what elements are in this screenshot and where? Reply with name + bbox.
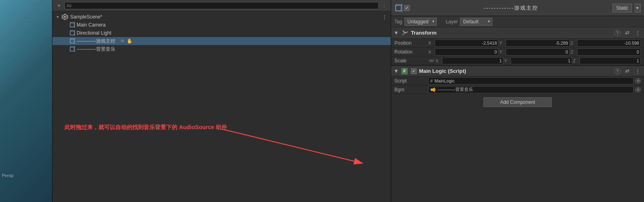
expand-arrow	[64, 47, 68, 51]
transform-more-icon[interactable]: ⋮	[634, 29, 642, 37]
add-component-button[interactable]: Add Component	[484, 97, 552, 107]
script-more-icon[interactable]: ⋮	[634, 67, 642, 75]
tag-value: Untagged	[407, 19, 428, 25]
svg-line-38	[402, 33, 405, 35]
hierarchy-panel: + ⋮ ▼ SampleScene* ⋮	[52, 0, 391, 202]
layer-caret: ▼	[488, 20, 491, 23]
scene-more-icon[interactable]: ⋮	[381, 14, 388, 20]
sy-label: Y	[504, 58, 510, 63]
static-button[interactable]: Static	[613, 4, 632, 12]
viewport-bg: Persp	[0, 0, 52, 202]
add-hierarchy-icon[interactable]: +	[55, 2, 63, 10]
scale-link-icon[interactable]	[428, 58, 435, 64]
script-component-header: ▼ # ✓ Main Logic (Script) ? ⇄ ⋮	[391, 65, 644, 76]
position-y-input[interactable]	[506, 39, 569, 47]
hash-prefix: #	[430, 78, 433, 83]
hierarchy-toolbar: + ⋮	[52, 0, 391, 11]
transform-help-icon[interactable]: ?	[614, 30, 621, 36]
annotation-text: 此时拖过来，就可以自动的找到音乐背景下的 AudioSource 组件	[65, 124, 227, 131]
search-options-icon[interactable]: ⋮	[380, 2, 388, 10]
script-component-title: Main Logic (Script)	[419, 68, 612, 74]
search-input[interactable]	[65, 2, 379, 9]
script-settings-icon[interactable]: ⇄	[623, 67, 631, 75]
bgm-label: Bgm	[394, 87, 427, 93]
object-name-display[interactable]: ------------游戏主控	[412, 4, 610, 12]
checkbox-area: ✓	[394, 4, 410, 12]
bgm-value-field: ------------背景音乐	[428, 86, 634, 93]
svg-rect-16	[70, 39, 74, 43]
cube-icon-bg-music	[69, 46, 75, 52]
add-component-row: Add Component	[391, 94, 644, 110]
svg-line-36	[405, 32, 408, 33]
script-active-checkbox[interactable]: ✓	[411, 68, 417, 74]
scale-y-input[interactable]	[511, 57, 572, 64]
viewport-label: Persp	[2, 173, 14, 178]
bgm-select-btn[interactable]: ◎	[635, 87, 641, 93]
position-z-input[interactable]	[577, 39, 641, 47]
transform-expand[interactable]: ▼	[394, 30, 399, 36]
script-help-icon[interactable]: ?	[614, 68, 621, 74]
position-row: Position X Y Z	[391, 39, 644, 47]
layer-label: Layer	[446, 19, 458, 25]
expand-arrow	[64, 31, 68, 35]
script-value-field: # MainLogic	[428, 77, 634, 85]
layer-dropdown[interactable]: Default ▼	[460, 18, 492, 26]
static-dropdown[interactable]: ▼	[634, 4, 641, 12]
position-x-input[interactable]	[435, 39, 498, 47]
rotation-y-input[interactable]	[506, 48, 569, 56]
script-field-row: Script # MainLogic ◎	[391, 76, 644, 85]
gameobject-icon	[394, 4, 402, 12]
rotation-label: Rotation	[394, 49, 427, 55]
cube-icon-main-camera	[69, 22, 75, 28]
scale-x-input[interactable]	[442, 57, 503, 64]
scale-row: Scale X Y Z	[391, 56, 644, 65]
hash-icon: #	[401, 68, 408, 74]
x-label: X	[428, 41, 434, 45]
transform-title: Transform	[411, 30, 612, 36]
hand-icon[interactable]: ✋	[127, 38, 133, 44]
svg-line-29	[222, 129, 363, 163]
hierarchy-item-bg-music[interactable]: ------------背景音乐	[52, 45, 391, 53]
y-label: Y	[499, 41, 505, 45]
scene-name: SampleScene*	[70, 14, 102, 20]
sx-label: X	[436, 58, 441, 63]
hierarchy-item-directional-light[interactable]: Directional Light	[52, 29, 391, 37]
script-expand[interactable]: ▼	[394, 68, 399, 74]
svg-marker-40	[433, 87, 435, 92]
bgm-value: ------------背景音乐	[438, 87, 473, 93]
eye-icon[interactable]: 👁	[120, 38, 125, 44]
script-select-btn[interactable]: ◎	[635, 78, 641, 84]
scale-z-input[interactable]	[579, 57, 641, 64]
layer-value: Default	[463, 19, 478, 25]
svg-rect-39	[431, 89, 433, 91]
scale-xyz: X Y Z	[428, 57, 641, 64]
active-checkbox[interactable]: ✓	[404, 5, 410, 11]
tag-layer-row: Tag Untagged ▼ Layer Default ▼	[391, 16, 644, 27]
transform-settings-icon[interactable]: ⇄	[623, 29, 631, 37]
z-label: Z	[571, 41, 576, 45]
scene-item[interactable]: ▼ SampleScene* ⋮	[52, 13, 391, 21]
hierarchy-item-main-camera[interactable]: Main Camera	[52, 21, 391, 29]
tag-dropdown[interactable]: Untagged ▼	[404, 18, 437, 26]
audio-icon	[430, 87, 436, 93]
transform-icon	[401, 29, 408, 37]
svg-rect-10	[70, 31, 74, 35]
tag-label: Tag	[394, 19, 402, 25]
rotation-x-input[interactable]	[435, 48, 498, 56]
svg-rect-30	[396, 5, 401, 11]
hierarchy-item-game-controller[interactable]: ------------游戏主控 👁 ✋	[52, 37, 391, 45]
item-label-dir-light: Directional Light	[77, 30, 111, 36]
rotation-z-input[interactable]	[577, 48, 641, 56]
svg-rect-4	[70, 23, 74, 27]
svg-line-37	[403, 31, 405, 33]
rotation-xyz: X Y Z	[428, 48, 641, 56]
rx-label: X	[428, 49, 434, 54]
expand-arrow: ▼	[56, 15, 60, 19]
rotation-row: Rotation X Y Z	[391, 47, 644, 56]
inspector-header: ✓ ------------游戏主控 Static ▼	[391, 0, 644, 16]
ry-label: Y	[499, 49, 505, 54]
sz-label: Z	[573, 58, 579, 63]
svg-rect-22	[70, 47, 74, 51]
hierarchy-content: ▼ SampleScene* ⋮ Main Camer	[52, 11, 391, 202]
bgm-field-row: Bgm ------------背景音乐 ◎	[391, 85, 644, 94]
